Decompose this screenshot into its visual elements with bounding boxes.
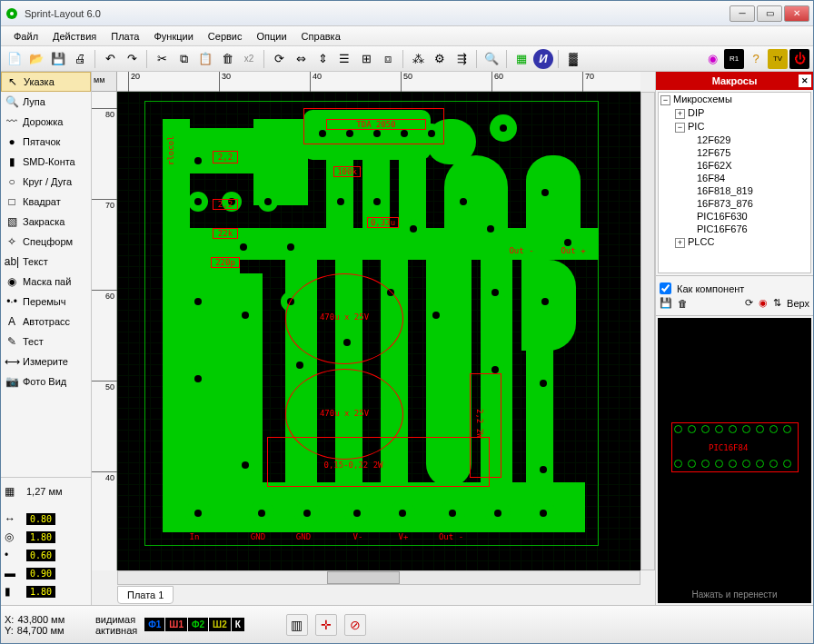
disable-button[interactable]: ⊘ bbox=[344, 614, 366, 636]
tree-expand-icon[interactable]: + bbox=[675, 109, 685, 119]
tool-text[interactable]: ab|Текст bbox=[1, 252, 91, 272]
copy-button[interactable]: ⧉ bbox=[174, 49, 194, 69]
tree-item[interactable]: 16F84 bbox=[659, 172, 810, 184]
tree-item[interactable]: 16F62X bbox=[659, 159, 810, 172]
cut-button[interactable]: ✂ bbox=[152, 49, 172, 69]
delete-button[interactable]: 🗑 bbox=[217, 49, 237, 69]
scrollbar-horizontal[interactable] bbox=[117, 570, 640, 585]
scrollbar-vertical[interactable] bbox=[640, 92, 655, 570]
svg-point-1 bbox=[10, 12, 14, 15]
macro-flip-icon[interactable]: ⇅ bbox=[773, 297, 781, 309]
main-toolbar: 📄 📂 💾 🖨 ↶ ↷ ✂ ⧉ 📋 🗑 x2 ⟳ ⇔ ⇕ ☰ ⊞ ⧈ ⁂ ⚙ ⇶… bbox=[1, 46, 813, 72]
tool-pad[interactable]: ●Пятачок bbox=[1, 132, 91, 152]
record-icon[interactable]: ◉ bbox=[702, 49, 722, 69]
tool-fill[interactable]: ▧Закраска bbox=[1, 212, 91, 232]
grid-value[interactable]: 1,27 мм bbox=[26, 486, 63, 497]
macro-layer-label[interactable]: Верх bbox=[787, 298, 809, 309]
align-button[interactable]: ☰ bbox=[334, 49, 354, 69]
zoom-button[interactable]: 🔍 bbox=[481, 49, 501, 69]
tv-button[interactable]: TV bbox=[768, 49, 788, 69]
duplicate-button[interactable]: x2 bbox=[239, 49, 259, 69]
layer-Ш1[interactable]: Ш1 bbox=[165, 618, 187, 631]
tool-special[interactable]: ✧Спецформ bbox=[1, 232, 91, 252]
text-icon: ab| bbox=[5, 254, 19, 269]
snap-button[interactable]: ⊞ bbox=[356, 49, 376, 69]
tool-smd[interactable]: ▮SMD-Конта bbox=[1, 152, 91, 172]
menu-service[interactable]: Сервис bbox=[201, 28, 250, 45]
macros-close-icon[interactable]: ✕ bbox=[799, 74, 811, 87]
macro-preview[interactable]: PIC16F84 Нажать и перенести bbox=[658, 318, 811, 603]
new-button[interactable]: 📄 bbox=[5, 49, 25, 69]
crosshair-button[interactable]: ✛ bbox=[315, 614, 337, 636]
menu-board[interactable]: Плата bbox=[104, 28, 146, 45]
undo-button[interactable]: ↶ bbox=[100, 49, 120, 69]
connections-button[interactable]: ⁂ bbox=[408, 49, 428, 69]
tool-zoom[interactable]: 🔍Лупа bbox=[1, 92, 91, 112]
layer-Ф1[interactable]: Ф1 bbox=[144, 618, 164, 631]
menu-options[interactable]: Опции bbox=[250, 28, 294, 45]
board-tab[interactable]: Плата 1 bbox=[117, 586, 174, 604]
rotate-button[interactable]: ⟳ bbox=[269, 49, 289, 69]
group-button[interactable]: ⧈ bbox=[378, 49, 398, 69]
pad-outer[interactable]: 1.80 bbox=[26, 531, 55, 543]
macro-delete-icon[interactable]: 🗑 bbox=[678, 298, 688, 309]
tool-track[interactable]: 〰Дорожка bbox=[1, 112, 91, 132]
macro-button[interactable]: ▓ bbox=[563, 49, 583, 69]
redo-button[interactable]: ↷ bbox=[122, 49, 142, 69]
open-button[interactable]: 📂 bbox=[26, 49, 46, 69]
macro-save-icon[interactable]: 💾 bbox=[660, 297, 672, 309]
save-button[interactable]: 💾 bbox=[48, 49, 68, 69]
maximize-button[interactable]: ▭ bbox=[757, 5, 782, 22]
mirror-v-button[interactable]: ⇕ bbox=[313, 49, 333, 69]
track-width[interactable]: 0.80 bbox=[26, 513, 55, 525]
tool-photo[interactable]: 📷Фото Вид bbox=[1, 372, 91, 391]
info-button[interactable]: И bbox=[533, 49, 553, 69]
menu-functions[interactable]: Функции bbox=[146, 28, 200, 45]
tree-item[interactable]: PIC16F630 bbox=[659, 210, 810, 223]
jumper-icon: •·• bbox=[5, 294, 19, 309]
menu-help[interactable]: Справка bbox=[294, 28, 348, 45]
smd-h[interactable]: 1.80 bbox=[26, 586, 55, 598]
autoroute-tb-button[interactable]: ⇶ bbox=[452, 49, 472, 69]
menu-actions[interactable]: Действия bbox=[45, 28, 104, 45]
tool-pointer[interactable]: ↖Указка bbox=[1, 72, 91, 92]
paste-button[interactable]: 📋 bbox=[195, 49, 215, 69]
layer-Ш2[interactable]: Ш2 bbox=[209, 618, 231, 631]
mirror-h-button[interactable]: ⇔ bbox=[291, 49, 311, 69]
smd-w[interactable]: 0.90 bbox=[26, 568, 55, 580]
as-component-checkbox[interactable] bbox=[660, 282, 671, 294]
macro-tree[interactable]: −Микросхемы +DIP −PIC 12F62912F67516F62X… bbox=[658, 92, 811, 273]
r1-button[interactable]: R1 bbox=[724, 49, 744, 69]
macro-record-icon[interactable]: ◉ bbox=[759, 297, 768, 309]
drc-button[interactable]: ⚙ bbox=[430, 49, 450, 69]
layer-Ф2[interactable]: Ф2 bbox=[188, 618, 208, 631]
print-button[interactable]: 🖨 bbox=[70, 49, 90, 69]
tree-item[interactable]: 12F629 bbox=[659, 134, 810, 146]
layer-button[interactable]: ▦ bbox=[511, 49, 531, 69]
exit-button[interactable]: ⏻ bbox=[789, 49, 809, 69]
tool-test[interactable]: ✎Тест bbox=[1, 332, 91, 352]
tool-measure[interactable]: ⟷Измерите bbox=[1, 352, 91, 372]
pad-inner[interactable]: 0.60 bbox=[26, 550, 55, 561]
menu-file[interactable]: Файл bbox=[6, 28, 45, 45]
tool-mask[interactable]: ◉Маска пай bbox=[1, 272, 91, 292]
tree-item[interactable]: 16F873_876 bbox=[659, 197, 810, 210]
tree-collapse-icon[interactable]: − bbox=[675, 123, 685, 133]
tool-jumper[interactable]: •·•Перемыч bbox=[1, 292, 91, 312]
tree-expand-icon[interactable]: + bbox=[675, 238, 685, 248]
layer-К[interactable]: К bbox=[232, 618, 244, 631]
tree-collapse-icon[interactable]: − bbox=[660, 95, 670, 105]
tool-rect[interactable]: □Квадрат bbox=[1, 192, 91, 212]
pcb-canvas[interactable]: TDA 2050 2,2 100k 2,2 0,33u 22k 220p 470… bbox=[117, 92, 640, 570]
tree-item[interactable]: PIC16F676 bbox=[659, 223, 810, 235]
capture-button[interactable]: ▥ bbox=[286, 614, 308, 636]
close-button[interactable]: ✕ bbox=[784, 5, 809, 22]
help-icon[interactable]: ? bbox=[746, 49, 766, 69]
tool-autoroute[interactable]: AАвтотрасс bbox=[1, 312, 91, 332]
minimize-button[interactable]: ─ bbox=[730, 5, 755, 22]
tree-item[interactable]: 12F675 bbox=[659, 146, 810, 159]
macro-rotate-icon[interactable]: ⟳ bbox=[745, 297, 753, 309]
tool-circle[interactable]: ○Круг / Дуга bbox=[1, 172, 91, 192]
grid-icon[interactable]: ▦ bbox=[5, 485, 23, 498]
tree-item[interactable]: 16F818_819 bbox=[659, 184, 810, 197]
